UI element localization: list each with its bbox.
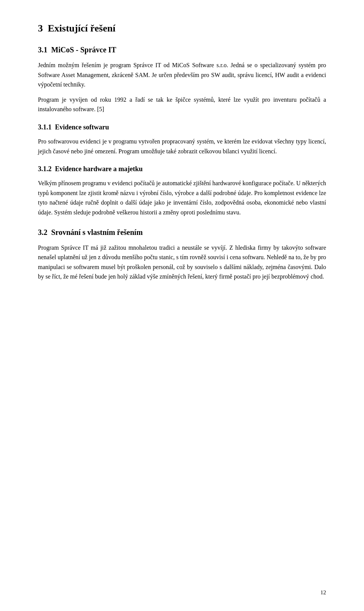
section-3-1-title: 3.1 MiCoS - Správce IT — [38, 46, 326, 54]
page-number: 12 — [320, 589, 326, 596]
subsection-3-1-1-title: 3.1.1 Evidence softwaru — [38, 123, 326, 131]
subsection-3-1-1-para-1: Pro softwarovou evidenci je v programu v… — [38, 137, 326, 156]
section-3-2-para-1: Program Správce IT má již zažitou mnohal… — [38, 243, 326, 282]
section-3-2-title: 3.2 Srovnání s vlastním řešením — [38, 228, 326, 237]
section-3-1-para-1: Jedním možným řešením je program Správce… — [38, 60, 326, 90]
subsection-3-1-2-para-1: Velkým přínosem programu v evidenci počí… — [38, 178, 326, 217]
section-3-1-para-2: Program je vyvíjen od roku 1992 a řadí s… — [38, 95, 326, 114]
subsection-3-1-2-title: 3.1.2 Evidence hardware a majetku — [38, 165, 326, 173]
chapter-title: 3 Existující řešení — [38, 23, 326, 34]
